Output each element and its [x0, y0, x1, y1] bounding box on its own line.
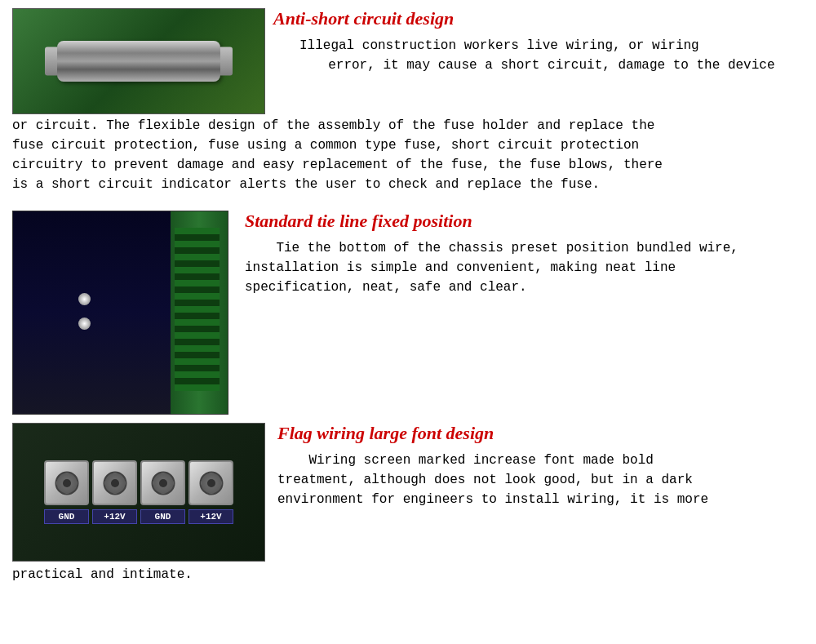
- terminal-block-1: [44, 460, 89, 505]
- terminal-block-row: [44, 460, 233, 505]
- section3-right-content: Flag wiring large font design Wiring scr…: [277, 423, 804, 509]
- fuse-holder-visual: [57, 41, 220, 82]
- section3-top-row: GND +12V GND +12V Flag wiring large font…: [12, 423, 804, 562]
- section2-image: [12, 211, 228, 415]
- section-tie-line: Standard tie line fixed position Tie the…: [12, 211, 804, 415]
- section1-title: Anti-short circuit design: [273, 8, 804, 29]
- section1-para-full: or circuit. The flexible design of the a…: [12, 116, 804, 194]
- terminal-label-row: GND +12V GND +12V: [44, 509, 233, 524]
- section2-title: Standard tie line fixed position: [245, 211, 804, 232]
- section1-right-content: Anti-short circuit design Illegal constr…: [273, 8, 804, 75]
- section3-image: GND +12V GND +12V: [12, 423, 265, 562]
- section1-image: [12, 8, 265, 114]
- section3-para-top: Wiring screen marked increase font made …: [277, 451, 804, 509]
- section2-content: Standard tie line fixed position Tie the…: [245, 211, 804, 297]
- terminal-block-4: [188, 460, 233, 505]
- terminal-block-2: [92, 460, 137, 505]
- section1-top-row: Anti-short circuit design Illegal constr…: [12, 8, 804, 114]
- terminal-label-12v1: +12V: [92, 509, 137, 524]
- section1-para-top: Illegal construction workers live wiring…: [273, 36, 804, 75]
- section3-image-inner: GND +12V GND +12V: [13, 424, 264, 561]
- section3-para-full: practical and intimate.: [12, 565, 804, 584]
- section2-para: Tie the bottom of the chassis preset pos…: [245, 238, 804, 297]
- led-light-1: [78, 293, 91, 305]
- terminal-label-gnd2: GND: [140, 509, 185, 524]
- section-flag-wiring: GND +12V GND +12V Flag wiring large font…: [12, 423, 804, 584]
- section-anti-short: Anti-short circuit design Illegal constr…: [12, 8, 804, 194]
- terminal-label-gnd1: GND: [44, 509, 89, 524]
- terminal-label-12v2: +12V: [188, 509, 233, 524]
- terminal-block-3: [140, 460, 185, 505]
- led-light-2: [78, 318, 91, 330]
- section1-image-inner: [13, 9, 264, 113]
- section2-image-inner: [13, 211, 228, 414]
- section3-title: Flag wiring large font design: [277, 423, 804, 444]
- green-board-visual: [171, 211, 228, 414]
